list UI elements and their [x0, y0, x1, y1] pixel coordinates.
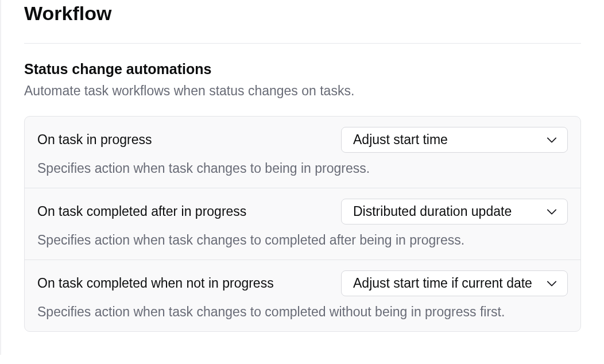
section-description: Automate task workflows when status chan…: [24, 83, 581, 99]
automation-label: On task completed when not in progress: [37, 276, 274, 291]
chevron-down-icon: [547, 135, 557, 145]
automation-select-completed-not-in-progress[interactable]: Adjust start time if current date: [341, 270, 568, 296]
chevron-down-icon: [547, 278, 557, 289]
automation-row-completed-after: On task completed after in progress Dist…: [25, 188, 580, 260]
section-title: Status change automations: [24, 61, 581, 78]
automation-help: Specifies action when task changes to be…: [37, 161, 568, 176]
divider: [24, 43, 581, 44]
select-value: Adjust start time: [353, 132, 448, 148]
automation-row-in-progress: On task in progress Adjust start time Sp…: [25, 117, 580, 188]
automation-card: On task in progress Adjust start time Sp…: [24, 116, 581, 332]
automation-select-in-progress[interactable]: Adjust start time: [341, 127, 568, 153]
chevron-down-icon: [547, 207, 557, 217]
automation-label: On task completed after in progress: [37, 204, 246, 219]
automation-help: Specifies action when task changes to co…: [37, 233, 568, 248]
select-value: Adjust start time if current date: [353, 276, 532, 291]
page-title: Workflow: [24, 0, 581, 43]
select-value: Distributed duration update: [353, 204, 512, 219]
automation-help: Specifies action when task changes to co…: [37, 304, 568, 320]
automation-row-completed-not-in-progress: On task completed when not in progress A…: [25, 260, 580, 331]
automation-select-completed-after[interactable]: Distributed duration update: [341, 199, 568, 224]
automation-label: On task in progress: [37, 132, 152, 148]
